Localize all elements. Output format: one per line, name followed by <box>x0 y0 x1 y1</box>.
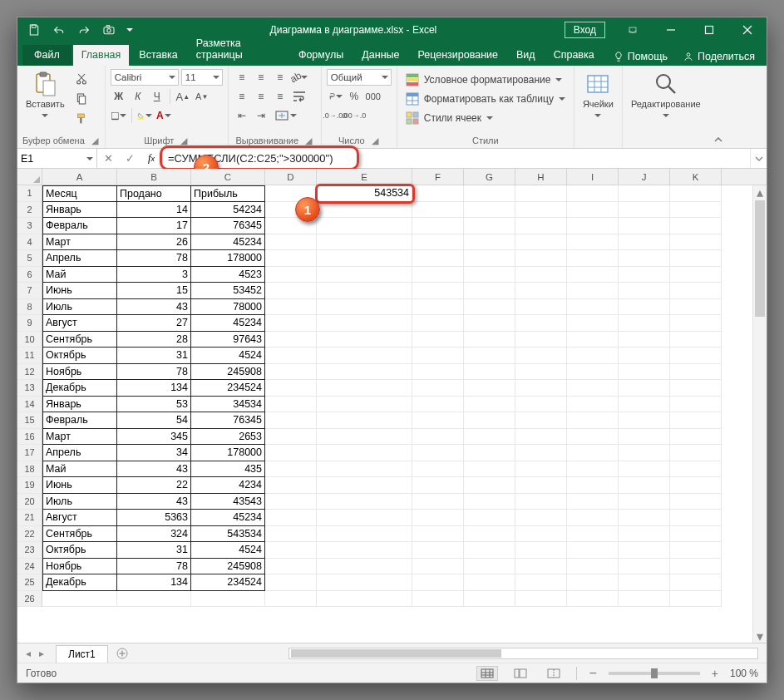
col-header[interactable]: H <box>515 169 567 185</box>
cell[interactable] <box>317 267 412 283</box>
cell[interactable] <box>515 461 567 478</box>
scroll-up-icon[interactable]: ▴ <box>753 185 767 199</box>
accounting-icon[interactable] <box>327 88 343 105</box>
col-header[interactable]: D <box>265 169 317 185</box>
cell[interactable] <box>412 267 464 283</box>
cell[interactable] <box>464 494 515 510</box>
cell[interactable] <box>567 445 619 461</box>
cell[interactable] <box>515 283 567 299</box>
cell[interactable] <box>412 477 464 494</box>
border-icon[interactable] <box>111 107 127 124</box>
col-header[interactable]: K <box>670 169 722 185</box>
cell[interactable] <box>317 559 412 575</box>
zoom-in-button[interactable]: + <box>712 667 718 680</box>
cell[interactable]: 27 <box>117 315 191 332</box>
cell[interactable] <box>265 250 317 267</box>
cell[interactable] <box>567 510 619 526</box>
cell[interactable] <box>412 234 464 251</box>
cell[interactable] <box>567 412 619 429</box>
enter-icon[interactable]: ✓ <box>119 149 141 169</box>
maximize-button[interactable] <box>690 17 728 42</box>
cell[interactable]: 78 <box>117 364 191 381</box>
cell[interactable] <box>670 202 722 219</box>
cell[interactable] <box>567 380 619 397</box>
name-box-input[interactable] <box>21 153 86 165</box>
cell[interactable]: Март <box>42 234 117 251</box>
cell[interactable] <box>265 445 317 461</box>
cell[interactable] <box>464 332 515 348</box>
font-name-select[interactable]: Calibri <box>111 69 179 86</box>
font-color-icon[interactable]: A <box>155 107 172 124</box>
cell[interactable] <box>619 364 670 381</box>
cell[interactable] <box>265 429 317 446</box>
tab-insert[interactable]: Вставка <box>131 45 185 66</box>
cell[interactable]: Месяц <box>42 185 117 202</box>
cell[interactable] <box>412 250 464 267</box>
cell[interactable] <box>515 477 567 494</box>
cell[interactable] <box>412 315 464 332</box>
row-header[interactable]: 15 <box>17 412 42 429</box>
col-header[interactable]: B <box>117 169 191 185</box>
undo-icon[interactable] <box>49 20 69 40</box>
cell[interactable]: 43 <box>117 299 191 316</box>
cell[interactable]: Май <box>42 461 117 478</box>
cell[interactable] <box>412 283 464 299</box>
cell[interactable] <box>515 574 567 591</box>
cell[interactable]: 324 <box>117 526 191 543</box>
cell[interactable] <box>567 202 619 219</box>
cell[interactable] <box>515 412 567 429</box>
add-sheet-button[interactable] <box>113 644 131 663</box>
cell[interactable] <box>567 332 619 348</box>
cell[interactable] <box>567 397 619 413</box>
cell[interactable] <box>317 542 412 559</box>
cell[interactable] <box>412 494 464 510</box>
cell[interactable] <box>464 267 515 283</box>
cell[interactable] <box>412 445 464 461</box>
cell[interactable] <box>412 202 464 219</box>
row-header[interactable]: 19 <box>17 477 42 494</box>
view-page-break-icon[interactable] <box>543 666 565 681</box>
cell[interactable] <box>567 299 619 316</box>
cut-icon[interactable] <box>73 71 90 87</box>
redo-icon[interactable] <box>74 20 94 40</box>
cell[interactable] <box>265 283 317 299</box>
cell[interactable] <box>464 412 515 429</box>
cell[interactable] <box>670 494 722 510</box>
cell[interactable] <box>567 364 619 381</box>
align-left-icon[interactable]: ≡ <box>234 88 250 105</box>
cell[interactable] <box>670 477 722 494</box>
vertical-scrollbar[interactable]: ▴ ▾ <box>752 185 767 643</box>
minimize-button[interactable] <box>652 17 690 42</box>
cell[interactable] <box>317 445 412 461</box>
cell[interactable] <box>619 315 670 332</box>
cell[interactable] <box>619 445 670 461</box>
cell[interactable] <box>464 542 515 559</box>
cell[interactable] <box>515 364 567 381</box>
wrap-text-icon[interactable] <box>291 88 308 105</box>
cell[interactable] <box>317 315 412 332</box>
cell[interactable]: 53 <box>117 397 191 413</box>
cell[interactable] <box>317 526 412 543</box>
cell[interactable]: Август <box>42 510 117 526</box>
cell[interactable]: Январь <box>42 202 117 219</box>
cell[interactable] <box>464 185 515 202</box>
cell[interactable] <box>619 477 670 494</box>
cell[interactable] <box>317 380 412 397</box>
tell-me[interactable]: Помощь <box>606 47 674 66</box>
cell[interactable] <box>670 574 722 591</box>
cell[interactable] <box>464 461 515 478</box>
tab-page-layout[interactable]: Разметка страницы <box>188 33 288 66</box>
cell[interactable]: 4234 <box>191 477 265 494</box>
zoom-slider[interactable] <box>609 672 700 675</box>
cell[interactable] <box>670 218 722 234</box>
cell[interactable] <box>265 510 317 526</box>
decrease-decimal-icon[interactable]: .00→.0 <box>346 107 362 124</box>
col-header[interactable]: F <box>412 169 464 185</box>
camera-icon[interactable] <box>99 20 119 40</box>
sign-in-button[interactable]: Вход <box>565 22 605 38</box>
cell[interactable] <box>567 477 619 494</box>
cell[interactable] <box>265 348 317 364</box>
cell[interactable] <box>464 348 515 364</box>
cell[interactable] <box>515 315 567 332</box>
cell[interactable] <box>464 397 515 413</box>
